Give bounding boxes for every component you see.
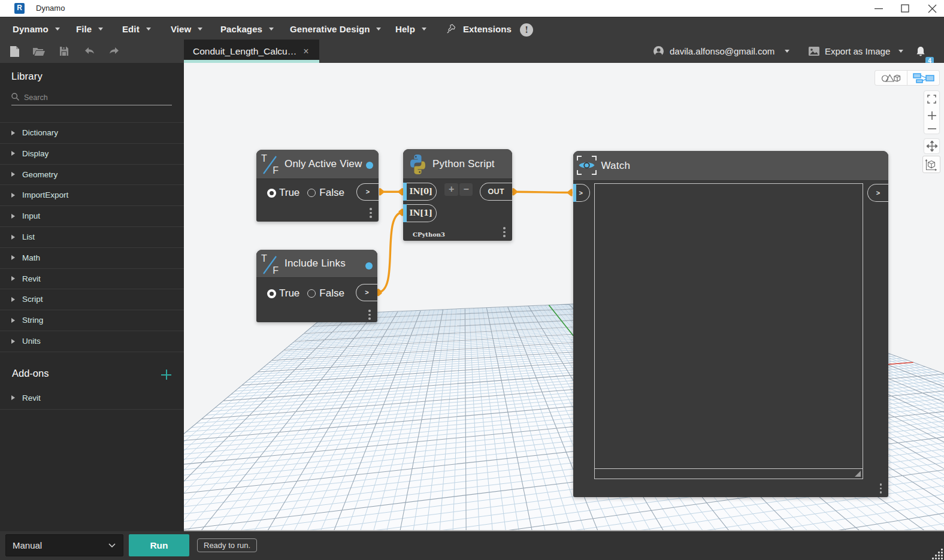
library-search[interactable]: Search bbox=[11, 92, 172, 105]
port-chevron: > bbox=[357, 188, 379, 195]
menu-file[interactable]: File bbox=[76, 17, 103, 40]
watch-resize-icon[interactable] bbox=[855, 471, 861, 477]
save-button[interactable] bbox=[60, 40, 68, 63]
radio-true[interactable] bbox=[267, 289, 276, 298]
window-resize-grip[interactable] bbox=[932, 549, 943, 559]
node-header[interactable]: Watch bbox=[573, 151, 889, 180]
close-button[interactable] bbox=[918, 0, 944, 17]
node-include-links[interactable]: T F Include Links True False > bbox=[256, 250, 377, 322]
output-port-out[interactable]: OUT bbox=[480, 183, 513, 201]
geometry-view-button[interactable] bbox=[875, 71, 907, 85]
radio-true[interactable] bbox=[267, 189, 276, 198]
sidebar-item-input[interactable]: Input bbox=[0, 205, 184, 226]
sidebar-item-list[interactable]: List bbox=[0, 226, 184, 247]
add-input-button[interactable]: + bbox=[444, 183, 459, 196]
open-button[interactable] bbox=[33, 40, 45, 63]
search-icon bbox=[11, 93, 19, 101]
library-title: Library bbox=[11, 71, 43, 82]
add-package-button[interactable] bbox=[161, 370, 171, 380]
python-icon bbox=[410, 154, 426, 175]
output-port[interactable]: > bbox=[356, 183, 379, 201]
boolean-selector: True False bbox=[267, 287, 344, 299]
node-header[interactable]: T F Include Links bbox=[256, 250, 377, 277]
menu-generative-design[interactable]: Generative Design bbox=[290, 17, 381, 40]
output-port[interactable]: > bbox=[867, 184, 888, 202]
menu-help[interactable]: Help bbox=[395, 17, 426, 40]
chevron-right-icon bbox=[11, 131, 15, 135]
run-mode-select[interactable]: Manual bbox=[5, 534, 123, 556]
default-value-marker bbox=[403, 204, 407, 222]
info-button[interactable]: ! bbox=[520, 23, 533, 37]
orbit-button[interactable] bbox=[922, 156, 940, 173]
notifications-button[interactable] bbox=[915, 40, 926, 63]
node-context-menu[interactable] bbox=[503, 227, 506, 239]
input-port-in0[interactable]: IN[0] bbox=[403, 183, 437, 201]
boolean-selector: True False bbox=[267, 187, 344, 199]
sidebar-item-geometry[interactable]: Geometry bbox=[0, 164, 184, 185]
zoom-in-icon[interactable] bbox=[928, 111, 936, 120]
maximize-button[interactable] bbox=[891, 0, 919, 17]
new-file-button[interactable] bbox=[10, 40, 19, 63]
node-python-script[interactable]: Python Script IN[0] IN[1] + − OUT CPytho… bbox=[403, 149, 512, 241]
zoom-out-icon[interactable] bbox=[928, 128, 936, 130]
run-label: Run bbox=[150, 540, 168, 551]
input-port-in1[interactable]: IN[1] bbox=[403, 204, 437, 222]
tab-close-button[interactable]: × bbox=[303, 47, 308, 56]
sidebar-item-importexport[interactable]: ImportExport bbox=[0, 184, 184, 205]
tf-icon-f: F bbox=[273, 265, 279, 276]
node-only-active-view[interactable]: T F Only Active View True False > bbox=[256, 150, 379, 222]
radio-false[interactable] bbox=[307, 189, 316, 197]
account-menu[interactable]: davila.alfonso@gmail.com bbox=[653, 40, 789, 63]
node-context-menu[interactable] bbox=[370, 208, 372, 220]
node-context-menu[interactable] bbox=[880, 483, 882, 495]
bell-icon bbox=[915, 46, 926, 57]
node-context-menu[interactable] bbox=[368, 310, 371, 322]
node-header[interactable]: Python Script bbox=[403, 149, 512, 178]
radio-false[interactable] bbox=[307, 289, 316, 298]
search-input[interactable]: Search bbox=[24, 93, 48, 102]
chevron-right-icon bbox=[11, 151, 15, 156]
run-button[interactable]: Run bbox=[129, 534, 189, 556]
input-port[interactable]: > bbox=[573, 184, 591, 202]
node-header[interactable]: T F Only Active View bbox=[256, 150, 379, 178]
sidebar-item-label: Input bbox=[22, 211, 40, 220]
output-port[interactable]: > bbox=[356, 284, 377, 301]
export-as-image-button[interactable]: Export as Image bbox=[809, 40, 903, 63]
node-watch[interactable]: Watch > > bbox=[573, 151, 889, 497]
sidebar-item-display[interactable]: Display bbox=[0, 143, 184, 164]
sidebar-item-units[interactable]: Units bbox=[0, 331, 184, 352]
pan-button[interactable] bbox=[924, 139, 939, 153]
chevron-right-icon bbox=[11, 297, 15, 302]
redo-button[interactable] bbox=[110, 40, 119, 63]
sidebar-item-string[interactable]: String bbox=[0, 310, 184, 331]
remove-input-button[interactable]: − bbox=[459, 183, 473, 196]
window-title: Dynamo bbox=[36, 4, 65, 13]
menu-packages[interactable]: Packages bbox=[220, 17, 274, 40]
sidebar-item-label: Revit bbox=[22, 393, 41, 402]
sidebar-item-label: Units bbox=[22, 337, 41, 346]
undo-button[interactable] bbox=[85, 40, 94, 63]
sidebar-item-script[interactable]: Script bbox=[0, 289, 184, 310]
graph-view-button[interactable] bbox=[907, 71, 939, 85]
minimize-button[interactable] bbox=[865, 0, 892, 17]
fit-view-icon[interactable] bbox=[927, 95, 936, 104]
geometry-view-icon bbox=[881, 73, 901, 83]
chevron-right-icon bbox=[11, 193, 15, 198]
sidebar-item-math[interactable]: Math bbox=[0, 247, 184, 268]
menu-view[interactable]: View bbox=[171, 17, 202, 40]
graph-canvas[interactable]: T F Only Active View True False > bbox=[184, 63, 944, 531]
menu-extensions[interactable]: Extensions bbox=[447, 17, 512, 40]
sidebar-item-revit[interactable]: Revit bbox=[0, 268, 184, 289]
sidebar-item-dictionary[interactable]: Dictionary bbox=[0, 122, 184, 143]
sidebar-item-addon-revit[interactable]: Revit bbox=[0, 388, 184, 408]
watch-output-area[interactable] bbox=[594, 183, 863, 480]
plus-icon: + bbox=[449, 184, 454, 194]
menu-dynamo[interactable]: Dynamo bbox=[13, 17, 60, 40]
port-label: OUT bbox=[488, 187, 504, 196]
tf-icon-f: F bbox=[273, 165, 279, 176]
zoom-controls bbox=[924, 91, 939, 134]
menu-edit[interactable]: Edit bbox=[122, 17, 151, 40]
boolean-tf-icon: T F bbox=[259, 253, 280, 276]
python-engine-label[interactable]: CPython3 bbox=[413, 231, 445, 238]
export-image-icon bbox=[809, 47, 819, 56]
